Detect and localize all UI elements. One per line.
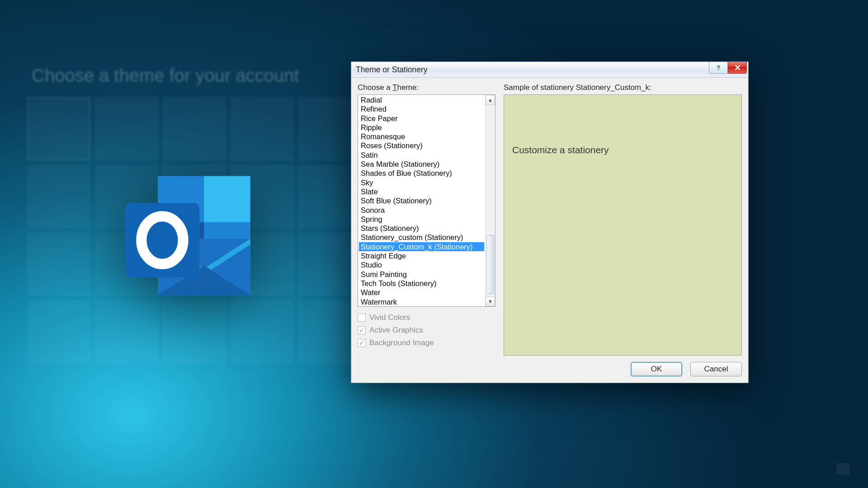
theme-item[interactable]: Spring [359,215,484,224]
theme-item[interactable]: Refined [359,104,484,113]
theme-item[interactable]: Watermark [359,297,484,306]
preview-text: Customize a stationery [512,145,733,155]
help-button[interactable]: ? [709,62,728,74]
outlook-logo-icon [113,158,262,307]
theme-item[interactable]: Stationery_Custom_k (Stationery) [359,242,484,251]
theme-listbox[interactable]: RadialRefinedRice PaperRippleRomanesqueR… [358,94,495,307]
theme-item[interactable]: Sumi Painting [359,270,484,279]
theme-item[interactable]: Stationery_custom (Stationery) [359,233,484,242]
checkbox-label: Background Image [369,338,434,347]
theme-item[interactable]: Romanesque [359,132,484,141]
checkbox-icon [358,314,366,322]
theme-item[interactable]: Slate [359,187,484,196]
theme-item[interactable]: Radial [359,95,484,104]
theme-item[interactable]: Water [359,288,484,297]
checkbox-label: Vivid Colors [369,313,410,322]
dialog-titlebar[interactable]: Theme or Stationery ? ✕ [351,62,748,78]
sample-label: Sample of stationery Stationery_Custom_k… [504,83,742,92]
background-image-checkbox[interactable]: ✓ Background Image [358,338,495,347]
scroll-down-button[interactable]: ▼ [486,296,495,306]
dialog-title: Theme or Stationery [356,65,428,75]
theme-item[interactable]: Shades of Blue (Stationery) [359,169,484,178]
theme-item[interactable]: Satin [359,150,484,160]
theme-item[interactable]: Sky [359,178,484,187]
vivid-colors-checkbox[interactable]: Vivid Colors [358,313,495,322]
checkbox-icon: ✓ [358,326,366,334]
theme-item[interactable]: Sea Marble (Stationery) [359,160,484,169]
scroll-up-button[interactable]: ▲ [486,95,495,105]
choose-theme-label: Choose a Theme: [358,83,495,92]
theme-item[interactable]: Studio [359,260,484,269]
theme-item[interactable]: Stars (Stationery) [359,224,484,233]
background-title: Choose a theme for your account [32,66,299,86]
checkbox-icon: ✓ [358,339,366,347]
theme-item[interactable]: Soft Blue (Stationery) [359,196,484,205]
theme-item[interactable]: Rice Paper [359,114,484,123]
scroll-thumb[interactable] [486,235,494,294]
playback-indicator-icon [836,463,850,474]
checkbox-label: Active Graphics [369,326,423,335]
close-button[interactable]: ✕ [728,62,747,74]
ok-button[interactable]: OK [631,362,682,376]
theme-item[interactable]: Roses (Stationery) [359,141,484,150]
theme-item[interactable]: Ripple [359,123,484,132]
svg-rect-2 [204,176,250,222]
cancel-button[interactable]: Cancel [690,362,742,376]
theme-item[interactable]: Sonora [359,206,484,215]
theme-stationery-dialog: Theme or Stationery ? ✕ Choose a Theme: … [351,61,749,383]
theme-item[interactable]: Tech Tools (Stationery) [359,279,484,288]
theme-item[interactable]: Straight Edge [359,251,484,260]
active-graphics-checkbox[interactable]: ✓ Active Graphics [358,326,495,335]
listbox-scrollbar[interactable]: ▲ ▼ [485,95,495,306]
stationery-preview: Customize a stationery [504,94,742,356]
